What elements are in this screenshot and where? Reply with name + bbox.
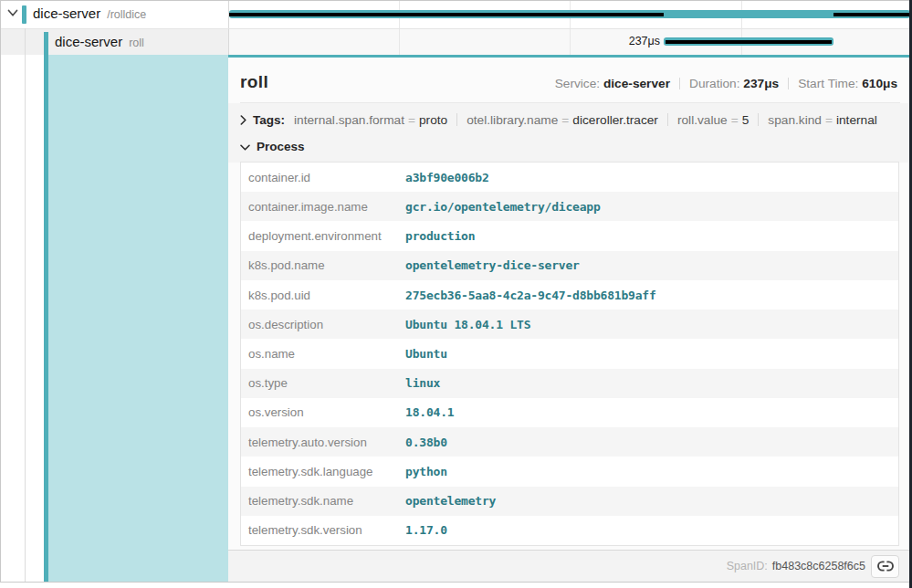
process-label: Process [257, 140, 305, 153]
table-row: telemetry.auto.version0.38b0 [241, 427, 898, 457]
link-icon [876, 560, 895, 572]
tag-item: internal.span.format=proto [294, 113, 447, 127]
process-accordion[interactable]: Process [240, 138, 314, 156]
table-row: deployment.environmentproduction [241, 221, 898, 250]
operation-name: roll [129, 37, 144, 49]
table-row: k8s.pod.uid275ecb36-5aa8-4c2a-9c47-d8bb6… [241, 280, 898, 310]
detail-row-highlight[interactable] [48, 55, 228, 582]
span-bar-rolldice[interactable] [229, 10, 910, 18]
span-overview: Service: dice-serverDuration: 237μsStart… [555, 76, 897, 92]
process-key-value-table: container.ida3bf90e006b2 container.image… [240, 162, 899, 546]
table-row: container.ida3bf90e006b2 [241, 163, 898, 192]
spanid-value: fb483c8c6258f6c5 [772, 560, 865, 572]
table-row: os.nameUbuntu [241, 339, 898, 368]
tag-separator [758, 113, 759, 126]
critical-path-segment [229, 13, 664, 16]
table-row: container.image.namegcr.io/opentelemetry… [241, 192, 898, 221]
span-color-chip [22, 5, 26, 24]
span-row-rolldice-label[interactable]: dice-server/rolldice [33, 0, 146, 27]
operation-name: /rolldice [107, 8, 146, 21]
service-name: dice-server [55, 34, 122, 49]
span-detail-panel: roll Service: dice-serverDuration: 237μs… [228, 58, 909, 551]
span-detail-title: roll [240, 72, 268, 92]
table-row: telemetry.sdk.nameopentelemetry [241, 487, 898, 516]
start-time-label: Start Time: [798, 77, 858, 90]
spanid-label: SpanID: [727, 560, 768, 572]
tag-item: span.kind=internal [768, 113, 877, 127]
service-value: dice-server [603, 77, 670, 90]
tag-separator [667, 113, 668, 126]
detail-row-bottom-border [0, 582, 909, 583]
deep-link-button[interactable] [871, 555, 899, 578]
chevron-right-icon [240, 115, 246, 125]
table-row: k8s.pod.nameopentelemetry-dice-server [241, 251, 898, 280]
overview-separator [679, 78, 680, 89]
tag-item: otel.library.name=diceroller.tracer [466, 113, 658, 127]
start-time-value: 610μs [862, 77, 897, 90]
table-row: telemetry.sdk.languagepython [241, 457, 898, 486]
service-label: Service: [555, 77, 600, 90]
span-duration-label: 237μs [548, 28, 660, 55]
table-row: telemetry.sdk.version1.17.0 [241, 516, 898, 545]
span-bar-roll[interactable] [664, 37, 833, 46]
window-top-border [0, 0, 912, 1]
indent-guide-line [25, 28, 26, 582]
jaeger-trace-view: dice-server/rolldice dice-serverroll 237… [0, 0, 912, 588]
service-name: dice-server [33, 5, 100, 21]
tags-label: Tags: [253, 113, 285, 127]
critical-path-segment [666, 40, 832, 43]
span-detail-footer: SpanID: fb483c8c6258f6c5 [228, 551, 909, 582]
window-left-border [0, 0, 1, 583]
table-row: os.typelinux [241, 369, 898, 398]
duration-value: 237μs [743, 77, 779, 90]
span-row-roll-label[interactable]: dice-serverroll [55, 28, 144, 55]
critical-path-segment [833, 13, 910, 16]
table-row: os.version18.04.1 [241, 398, 898, 427]
collapse-chevron-icon[interactable] [7, 9, 18, 17]
tag-item: roll.value=5 [677, 113, 749, 127]
tags-accordion[interactable]: Tags:internal.span.format=protootel.libr… [240, 111, 877, 130]
overview-separator [788, 78, 789, 89]
duration-label: Duration: [689, 77, 740, 90]
chevron-down-icon [240, 144, 250, 152]
table-row: os.descriptionUbuntu 18.04.1 LTS [241, 310, 898, 339]
tag-separator [456, 113, 457, 126]
